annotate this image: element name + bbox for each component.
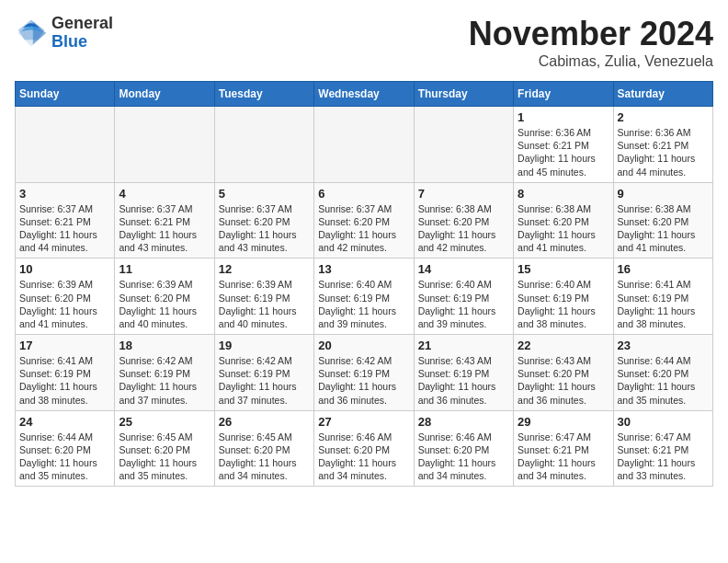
calendar-cell: 22Sunrise: 6:43 AM Sunset: 6:20 PM Dayli…: [514, 335, 613, 411]
calendar-week-4: 17Sunrise: 6:41 AM Sunset: 6:19 PM Dayli…: [16, 335, 713, 411]
title-area: November 2024 Cabimas, Zulia, Venezuela: [469, 15, 713, 70]
calendar-cell: [214, 107, 313, 183]
calendar-header-friday: Friday: [514, 82, 613, 107]
calendar-cell: 12Sunrise: 6:39 AM Sunset: 6:19 PM Dayli…: [214, 259, 313, 335]
day-info: Sunrise: 6:37 AM Sunset: 6:21 PM Dayligh…: [119, 202, 210, 255]
day-info: Sunrise: 6:39 AM Sunset: 6:19 PM Dayligh…: [219, 278, 310, 330]
logo-text: General Blue: [51, 15, 113, 52]
calendar-cell: 1Sunrise: 6:36 AM Sunset: 6:21 PM Daylig…: [514, 107, 613, 183]
day-info: Sunrise: 6:43 AM Sunset: 6:19 PM Dayligh…: [418, 354, 509, 407]
day-info: Sunrise: 6:44 AM Sunset: 6:20 PM Dayligh…: [618, 354, 709, 407]
day-number: 1: [518, 110, 609, 124]
calendar-cell: 7Sunrise: 6:38 AM Sunset: 6:20 PM Daylig…: [414, 182, 513, 259]
calendar-cell: 26Sunrise: 6:45 AM Sunset: 6:20 PM Dayli…: [214, 410, 313, 487]
calendar-cell: 8Sunrise: 6:38 AM Sunset: 6:20 PM Daylig…: [514, 182, 613, 259]
calendar-cell: 28Sunrise: 6:46 AM Sunset: 6:20 PM Dayli…: [414, 410, 513, 487]
day-number: 15: [518, 262, 609, 276]
day-number: 8: [518, 187, 609, 201]
day-info: Sunrise: 6:41 AM Sunset: 6:19 PM Dayligh…: [618, 278, 709, 330]
calendar-header-row: SundayMondayTuesdayWednesdayThursdayFrid…: [16, 82, 713, 107]
logo-general: General: [51, 14, 113, 32]
calendar-cell: 24Sunrise: 6:44 AM Sunset: 6:20 PM Dayli…: [16, 410, 115, 487]
day-info: Sunrise: 6:47 AM Sunset: 6:21 PM Dayligh…: [618, 431, 709, 483]
calendar-cell: 5Sunrise: 6:37 AM Sunset: 6:20 PM Daylig…: [214, 182, 313, 259]
day-number: 26: [219, 415, 310, 429]
day-info: Sunrise: 6:42 AM Sunset: 6:19 PM Dayligh…: [119, 354, 210, 407]
calendar-cell: 19Sunrise: 6:42 AM Sunset: 6:19 PM Dayli…: [214, 335, 313, 411]
calendar-header-monday: Monday: [115, 82, 214, 107]
day-number: 3: [19, 187, 110, 201]
day-number: 9: [618, 187, 709, 201]
day-number: 25: [119, 415, 210, 429]
day-number: 10: [19, 262, 110, 276]
logo-blue: Blue: [51, 32, 87, 51]
day-number: 29: [518, 415, 609, 429]
day-number: 12: [219, 262, 310, 276]
day-info: Sunrise: 6:41 AM Sunset: 6:19 PM Dayligh…: [19, 354, 110, 407]
calendar-cell: 10Sunrise: 6:39 AM Sunset: 6:20 PM Dayli…: [16, 259, 115, 335]
day-info: Sunrise: 6:42 AM Sunset: 6:19 PM Dayligh…: [318, 354, 409, 407]
day-number: 19: [219, 339, 310, 352]
day-number: 7: [418, 187, 509, 201]
calendar-cell: [414, 107, 513, 183]
day-info: Sunrise: 6:46 AM Sunset: 6:20 PM Dayligh…: [418, 431, 509, 483]
day-info: Sunrise: 6:38 AM Sunset: 6:20 PM Dayligh…: [618, 202, 709, 255]
calendar-cell: 18Sunrise: 6:42 AM Sunset: 6:19 PM Dayli…: [115, 335, 214, 411]
calendar-week-2: 3Sunrise: 6:37 AM Sunset: 6:21 PM Daylig…: [16, 182, 713, 259]
day-info: Sunrise: 6:40 AM Sunset: 6:19 PM Dayligh…: [518, 278, 609, 330]
day-number: 6: [318, 187, 409, 201]
calendar-cell: 27Sunrise: 6:46 AM Sunset: 6:20 PM Dayli…: [314, 410, 414, 487]
day-number: 2: [618, 110, 709, 124]
calendar-cell: 4Sunrise: 6:37 AM Sunset: 6:21 PM Daylig…: [115, 182, 214, 259]
day-number: 16: [618, 262, 709, 276]
day-info: Sunrise: 6:39 AM Sunset: 6:20 PM Dayligh…: [119, 278, 210, 330]
calendar-cell: 6Sunrise: 6:37 AM Sunset: 6:20 PM Daylig…: [314, 182, 414, 259]
day-info: Sunrise: 6:38 AM Sunset: 6:20 PM Dayligh…: [418, 202, 509, 255]
calendar-cell: 23Sunrise: 6:44 AM Sunset: 6:20 PM Dayli…: [613, 335, 712, 411]
logo: General Blue: [15, 15, 113, 52]
calendar-cell: 29Sunrise: 6:47 AM Sunset: 6:21 PM Dayli…: [514, 410, 613, 487]
calendar-cell: 14Sunrise: 6:40 AM Sunset: 6:19 PM Dayli…: [414, 259, 513, 335]
day-info: Sunrise: 6:40 AM Sunset: 6:19 PM Dayligh…: [318, 278, 409, 330]
day-number: 30: [618, 415, 709, 429]
header: General Blue November 2024 Cabimas, Zuli…: [15, 15, 713, 70]
day-number: 14: [418, 262, 509, 276]
day-number: 17: [19, 339, 110, 352]
day-info: Sunrise: 6:38 AM Sunset: 6:20 PM Dayligh…: [518, 202, 609, 255]
day-number: 20: [318, 339, 409, 352]
month-title: November 2024: [469, 15, 713, 53]
calendar-header-thursday: Thursday: [414, 82, 513, 107]
day-number: 5: [219, 187, 310, 201]
day-number: 11: [119, 262, 210, 276]
calendar-cell: 17Sunrise: 6:41 AM Sunset: 6:19 PM Dayli…: [16, 335, 115, 411]
calendar-cell: 16Sunrise: 6:41 AM Sunset: 6:19 PM Dayli…: [613, 259, 712, 335]
day-info: Sunrise: 6:36 AM Sunset: 6:21 PM Dayligh…: [518, 126, 609, 178]
calendar-week-1: 1Sunrise: 6:36 AM Sunset: 6:21 PM Daylig…: [16, 107, 713, 183]
day-number: 23: [618, 339, 709, 352]
calendar-header-tuesday: Tuesday: [214, 82, 313, 107]
calendar-header-sunday: Sunday: [16, 82, 115, 107]
calendar-cell: 30Sunrise: 6:47 AM Sunset: 6:21 PM Dayli…: [613, 410, 712, 487]
calendar: SundayMondayTuesdayWednesdayThursdayFrid…: [15, 81, 713, 487]
day-info: Sunrise: 6:40 AM Sunset: 6:19 PM Dayligh…: [418, 278, 509, 330]
calendar-header-wednesday: Wednesday: [314, 82, 414, 107]
calendar-cell: 15Sunrise: 6:40 AM Sunset: 6:19 PM Dayli…: [514, 259, 613, 335]
day-number: 4: [119, 187, 210, 201]
calendar-cell: 13Sunrise: 6:40 AM Sunset: 6:19 PM Dayli…: [314, 259, 414, 335]
day-info: Sunrise: 6:39 AM Sunset: 6:20 PM Dayligh…: [19, 278, 110, 330]
day-number: 22: [518, 339, 609, 352]
calendar-cell: 11Sunrise: 6:39 AM Sunset: 6:20 PM Dayli…: [115, 259, 214, 335]
day-info: Sunrise: 6:45 AM Sunset: 6:20 PM Dayligh…: [119, 431, 210, 483]
day-info: Sunrise: 6:45 AM Sunset: 6:20 PM Dayligh…: [219, 431, 310, 483]
day-number: 21: [418, 339, 509, 352]
day-info: Sunrise: 6:36 AM Sunset: 6:21 PM Dayligh…: [618, 126, 709, 178]
day-number: 18: [119, 339, 210, 352]
location-subtitle: Cabimas, Zulia, Venezuela: [469, 53, 713, 70]
day-info: Sunrise: 6:43 AM Sunset: 6:20 PM Dayligh…: [518, 354, 609, 407]
calendar-cell: [115, 107, 214, 183]
day-number: 13: [318, 262, 409, 276]
calendar-cell: 9Sunrise: 6:38 AM Sunset: 6:20 PM Daylig…: [613, 182, 712, 259]
day-number: 27: [318, 415, 409, 429]
calendar-cell: 3Sunrise: 6:37 AM Sunset: 6:21 PM Daylig…: [16, 182, 115, 259]
calendar-cell: 25Sunrise: 6:45 AM Sunset: 6:20 PM Dayli…: [115, 410, 214, 487]
